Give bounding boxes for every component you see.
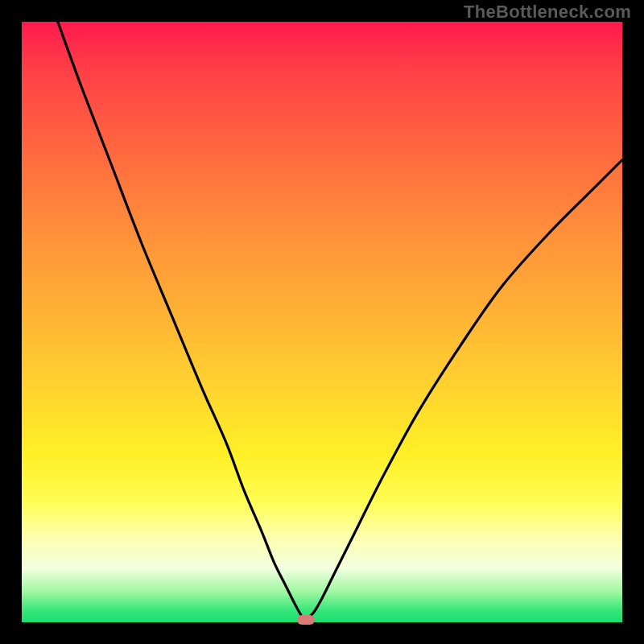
watermark-text: TheBottleneck.com: [464, 2, 631, 23]
optimal-marker: [297, 615, 315, 625]
gradient-plot-area: [22, 22, 622, 622]
bottleneck-curve: [22, 22, 622, 622]
chart-frame: TheBottleneck.com: [0, 0, 644, 644]
